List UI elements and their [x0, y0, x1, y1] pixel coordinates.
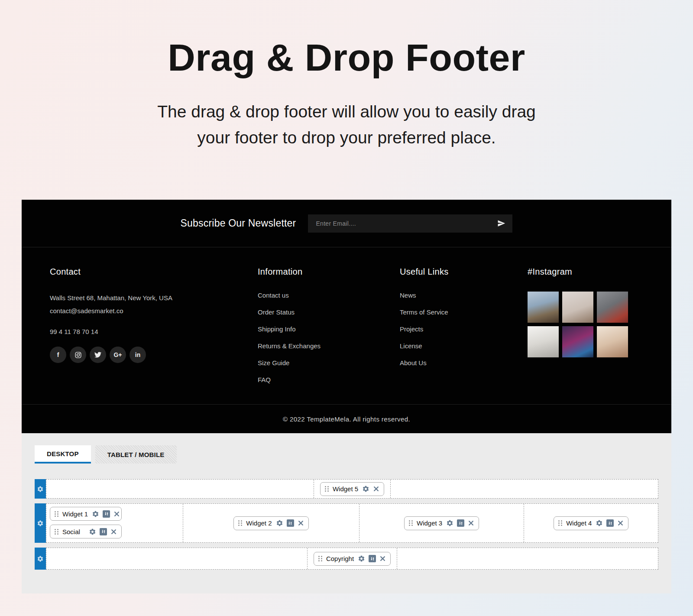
footer-link-about-us[interactable]: About Us: [400, 359, 528, 366]
instagram-photo-cyclist[interactable]: [528, 292, 559, 323]
widget-columns-icon[interactable]: [457, 519, 464, 527]
widget-remove-icon[interactable]: [113, 511, 120, 517]
drag-handle-icon[interactable]: [409, 520, 413, 526]
paper-plane-icon: [497, 219, 505, 227]
widget-columns-icon[interactable]: [103, 510, 110, 518]
tab-tablet-mobile[interactable]: TABLET / MOBILE: [95, 445, 177, 464]
widget-remove-icon[interactable]: [110, 528, 117, 535]
widget-cell: Widget 1 Social: [46, 504, 183, 542]
footer-link-news[interactable]: News: [400, 292, 528, 299]
contact-address: Walls Street 68, Mahattan, New York, USA: [50, 292, 258, 305]
widget-chip-widget-2[interactable]: Widget 2: [233, 516, 308, 530]
widget-settings-icon[interactable]: [89, 528, 96, 535]
widget-chip-widget-3[interactable]: Widget 3: [404, 516, 479, 530]
widget-cell: Widget 4: [524, 504, 658, 542]
contact-email[interactable]: contact@sadesmarket.co: [50, 305, 258, 318]
widget-settings-icon[interactable]: [92, 510, 99, 518]
instagram-photo-firefighter[interactable]: [562, 326, 593, 357]
subtitle-line-2: your footer to drop your preferred place…: [0, 125, 693, 151]
widget-remove-icon[interactable]: [617, 520, 624, 526]
facebook-icon[interactable]: f: [50, 347, 66, 363]
newsletter-input-box: [308, 214, 512, 233]
page-subtitle: The drag & drop footer will allow you to…: [0, 99, 693, 151]
widget-columns-icon[interactable]: [287, 519, 294, 527]
widget-remove-icon[interactable]: [373, 486, 379, 492]
drag-handle-icon[interactable]: [55, 529, 58, 535]
widget-columns-icon[interactable]: [100, 528, 107, 535]
instagram-grid: [528, 292, 643, 357]
empty-cell[interactable]: [390, 480, 658, 498]
row-settings-handle[interactable]: [35, 503, 46, 543]
footer-widget-editor: DESKTOP TABLET / MOBILE Widget 5: [22, 433, 671, 570]
copyright-text: © 2022 TemplateMela. All rights reserved…: [283, 415, 410, 423]
widget-settings-icon[interactable]: [446, 519, 453, 527]
information-column: Information Contact us Order Status Ship…: [258, 267, 400, 404]
widget-chip-copyright[interactable]: Copyright: [314, 552, 391, 566]
footer-link-contact-us[interactable]: Contact us: [258, 292, 400, 299]
instagram-photo-gym[interactable]: [597, 292, 628, 323]
footer-link-size-guide[interactable]: Size Guide: [258, 359, 400, 366]
editor-rows: Widget 5: [35, 479, 658, 570]
linkedin-icon[interactable]: in: [130, 347, 146, 363]
widget-cell: Widget 2: [183, 504, 359, 542]
tab-desktop[interactable]: DESKTOP: [35, 445, 91, 464]
instagram-column: #Instagram: [528, 267, 643, 404]
widget-chip-widget-4[interactable]: Widget 4: [554, 516, 628, 530]
widget-cell: Widget 5: [314, 480, 390, 498]
footer-link-shipping-info[interactable]: Shipping Info: [258, 325, 400, 333]
instagram-photo-bedroom[interactable]: [528, 326, 559, 357]
widget-settings-icon[interactable]: [596, 519, 603, 527]
useful-links-heading: Useful Links: [400, 267, 528, 277]
widget-columns-icon[interactable]: [369, 555, 376, 562]
google-plus-icon[interactable]: G+: [110, 347, 126, 363]
drag-handle-icon[interactable]: [318, 556, 322, 561]
useful-links-column: Useful Links News Terms of Service Proje…: [400, 267, 528, 404]
widget-chip-widget-5[interactable]: Widget 5: [320, 482, 384, 496]
widget-remove-icon[interactable]: [379, 555, 386, 562]
contact-phone: 99 4 11 78 70 14: [50, 328, 258, 335]
instagram-photo-couple[interactable]: [597, 326, 628, 357]
footer-link-license[interactable]: License: [400, 342, 528, 350]
drag-handle-icon[interactable]: [238, 520, 242, 526]
widget-settings-icon[interactable]: [276, 519, 283, 527]
footer-link-order-status[interactable]: Order Status: [258, 308, 400, 316]
row-settings-handle[interactable]: [35, 548, 46, 570]
widget-chip-widget-1[interactable]: Widget 1: [50, 507, 122, 521]
row-settings-handle[interactable]: [35, 479, 46, 499]
editor-row-3: Copyright: [35, 548, 658, 570]
gear-icon: [37, 555, 44, 562]
footer-link-projects[interactable]: Projects: [400, 325, 528, 333]
drag-handle-icon[interactable]: [55, 511, 58, 517]
instagram-heading: #Instagram: [528, 267, 643, 277]
instagram-icon[interactable]: [70, 347, 86, 363]
empty-cell[interactable]: [46, 480, 314, 498]
footer-demo-panel: Subscribe Our Newsletter Contact Walls S…: [22, 200, 671, 593]
instagram-photo-girl-glasses[interactable]: [562, 292, 593, 323]
drag-handle-icon[interactable]: [325, 486, 329, 492]
widget-chip-social[interactable]: Social: [50, 525, 122, 538]
twitter-icon[interactable]: [90, 347, 106, 363]
hero-section: Drag & Drop Footer The drag & drop foote…: [0, 0, 693, 151]
page-title: Drag & Drop Footer: [0, 36, 693, 80]
empty-cell[interactable]: [46, 548, 307, 569]
widget-settings-icon[interactable]: [362, 485, 369, 493]
newsletter-send-button[interactable]: [497, 219, 505, 227]
footer-link-faq[interactable]: FAQ: [258, 376, 400, 383]
newsletter-label: Subscribe Our Newsletter: [181, 217, 296, 229]
empty-cell[interactable]: [397, 548, 658, 569]
editor-row-2: Widget 1 Social: [35, 503, 658, 543]
footer-link-terms[interactable]: Terms of Service: [400, 308, 528, 316]
information-heading: Information: [258, 267, 400, 277]
footer-columns: Contact Walls Street 68, Mahattan, New Y…: [22, 247, 671, 404]
device-tabs: DESKTOP TABLET / MOBILE: [35, 445, 658, 464]
widget-remove-icon[interactable]: [298, 520, 304, 526]
widget-remove-icon[interactable]: [468, 520, 474, 526]
widget-cell: Widget 3: [359, 504, 524, 542]
widget-settings-icon[interactable]: [358, 555, 365, 562]
newsletter-email-input[interactable]: [315, 220, 497, 227]
editor-row-1: Widget 5: [35, 479, 658, 499]
widget-columns-icon[interactable]: [606, 519, 614, 527]
twitter-glyph: [94, 351, 101, 358]
footer-link-returns-exchanges[interactable]: Returns & Exchanges: [258, 342, 400, 350]
drag-handle-icon[interactable]: [558, 520, 562, 526]
